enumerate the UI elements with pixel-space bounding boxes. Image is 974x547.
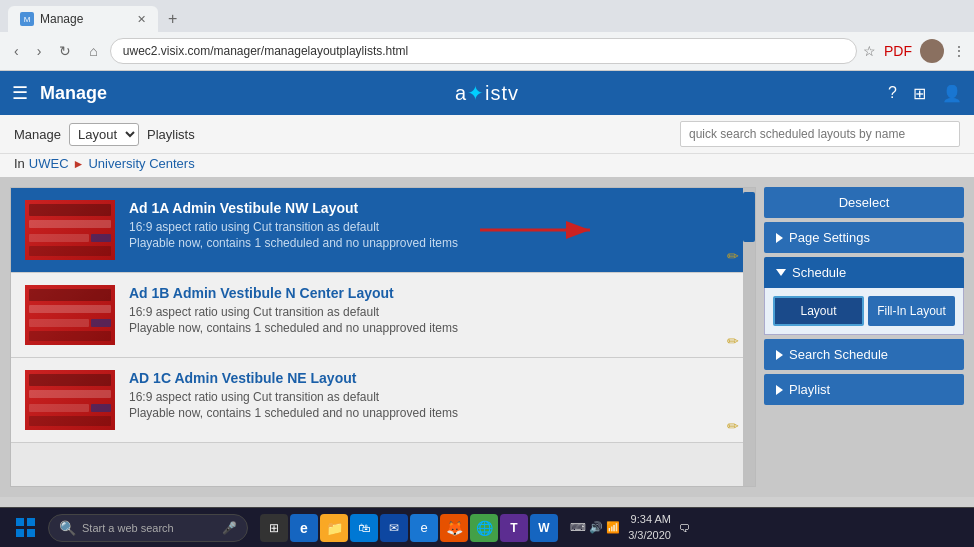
page-settings-label: Page Settings xyxy=(789,230,870,245)
taskbar-icon-firefox[interactable]: 🦊 xyxy=(440,514,468,542)
tab-favicon: M xyxy=(20,12,34,26)
item-thumbnail-1b xyxy=(25,285,115,345)
taskbar-clock: 9:34 AM 3/3/2020 xyxy=(628,512,671,543)
hamburger-menu[interactable]: ☰ xyxy=(12,82,28,104)
item-title-1a: Ad 1A Admin Vestibule NW Layout xyxy=(129,200,741,216)
taskbar-search-label: Start a web search xyxy=(82,522,174,534)
taskbar-icon-word[interactable]: W xyxy=(530,514,558,542)
taskbar-app-icons: ⊞ e 📁 🛍 ✉ e 🦊 🌐 T W xyxy=(260,514,558,542)
pdf-icon-btn[interactable]: PDF xyxy=(884,43,912,59)
breadcrumb-manage: Manage xyxy=(14,127,61,142)
table-row[interactable]: AD 1C Admin Vestibule NE Layout 16:9 asp… xyxy=(11,358,755,443)
tab-title: Manage xyxy=(40,12,83,26)
reload-btn[interactable]: ↻ xyxy=(53,39,77,63)
sidebar-panel: Deselect Page Settings Schedule Layout F… xyxy=(764,187,964,487)
annotation-arrow xyxy=(480,215,600,245)
item-title-1b: Ad 1B Admin Vestibule N Center Layout xyxy=(129,285,741,301)
table-row[interactable]: Ad 1A Admin Vestibule NW Layout 16:9 asp… xyxy=(11,188,755,273)
schedule-button[interactable]: Schedule xyxy=(764,257,964,288)
tab-close-btn[interactable]: ✕ xyxy=(137,13,146,26)
forward-btn[interactable]: › xyxy=(31,39,48,63)
taskbar-date: 3/3/2020 xyxy=(628,528,671,543)
breadcrumb-university-centers-link[interactable]: University Centers xyxy=(88,156,194,171)
taskbar-icon-browser[interactable]: e xyxy=(290,514,318,542)
item-desc-1a: 16:9 aspect ratio using Cut transition a… xyxy=(129,220,741,234)
breadcrumb-in: In xyxy=(14,156,25,171)
schedule-section: Schedule Layout Fill-In Layout xyxy=(764,257,964,335)
search-schedule-chevron-icon xyxy=(776,350,783,360)
search-input[interactable] xyxy=(680,121,960,147)
breadcrumb-arrow-icon: ► xyxy=(73,157,85,171)
home-btn[interactable]: ⌂ xyxy=(83,39,103,63)
schedule-label: Schedule xyxy=(792,265,846,280)
playlist-label: Playlist xyxy=(789,382,830,397)
table-row[interactable]: Ad 1B Admin Vestibule N Center Layout 16… xyxy=(11,273,755,358)
help-icon[interactable]: ? xyxy=(888,84,897,102)
taskbar-icon-store[interactable]: 🛍 xyxy=(350,514,378,542)
item-status-1c: Playable now, contains 1 scheduled and n… xyxy=(129,406,741,420)
system-tray-icons: ⌨ 🔊 📶 xyxy=(570,521,620,534)
browser-tab[interactable]: M Manage ✕ xyxy=(8,6,158,32)
playlist-button[interactable]: Playlist xyxy=(764,374,964,405)
search-schedule-button[interactable]: Search Schedule xyxy=(764,339,964,370)
taskbar-icon-teams[interactable]: T xyxy=(500,514,528,542)
taskbar-icon-edge[interactable]: e xyxy=(410,514,438,542)
item-thumbnail-1c xyxy=(25,370,115,430)
breadcrumb-uwec-link[interactable]: UWEC xyxy=(29,156,69,171)
page-settings-button[interactable]: Page Settings xyxy=(764,222,964,253)
deselect-button[interactable]: Deselect xyxy=(764,187,964,218)
menu-btn[interactable]: ⋮ xyxy=(952,43,966,59)
taskbar-icon-taskview[interactable]: ⊞ xyxy=(260,514,288,542)
search-microphone-icon: 🔍 xyxy=(59,520,76,536)
taskbar-icon-mail[interactable]: ✉ xyxy=(380,514,408,542)
breadcrumb-playlists: Playlists xyxy=(147,127,195,142)
playlist-chevron-icon xyxy=(776,385,783,395)
item-desc-1c: 16:9 aspect ratio using Cut transition a… xyxy=(129,390,741,404)
item-title-1c: AD 1C Admin Vestibule NE Layout xyxy=(129,370,741,386)
item-status-1b: Playable now, contains 1 scheduled and n… xyxy=(129,321,741,335)
schedule-chevron-icon xyxy=(776,269,786,276)
start-button[interactable] xyxy=(8,514,44,542)
microphone-icon[interactable]: 🎤 xyxy=(222,521,237,535)
item-edit-icon-1a[interactable]: ✏ xyxy=(727,248,739,264)
item-status-1a: Playable now, contains 1 scheduled and n… xyxy=(129,236,741,250)
scrollbar-thumb[interactable] xyxy=(743,192,755,242)
layout-schedule-btn[interactable]: Layout xyxy=(773,296,864,326)
item-thumbnail-1a xyxy=(25,200,115,260)
taskbar-time: 9:34 AM xyxy=(628,512,671,527)
profile-avatar[interactable] xyxy=(920,39,944,63)
taskbar-search-bar[interactable]: 🔍 Start a web search 🎤 xyxy=(48,514,248,542)
taskbar-icon-chrome[interactable]: 🌐 xyxy=(470,514,498,542)
bookmark-btn[interactable]: ☆ xyxy=(863,43,876,59)
search-schedule-label: Search Schedule xyxy=(789,347,888,362)
app-logo: a✦istv xyxy=(455,81,519,105)
fill-in-layout-btn[interactable]: Fill-In Layout xyxy=(868,296,955,326)
user-icon[interactable]: 👤 xyxy=(942,84,962,103)
back-btn[interactable]: ‹ xyxy=(8,39,25,63)
windows-logo-icon xyxy=(16,518,36,538)
layout-list: Ad 1A Admin Vestibule NW Layout 16:9 asp… xyxy=(10,187,756,487)
apps-grid-icon[interactable]: ⊞ xyxy=(913,84,926,103)
notification-icon[interactable]: 🗨 xyxy=(679,522,690,534)
address-bar[interactable] xyxy=(110,38,857,64)
page-settings-chevron-icon xyxy=(776,233,783,243)
new-tab-btn[interactable]: + xyxy=(162,10,183,28)
taskbar-system-tray: ⌨ 🔊 📶 9:34 AM 3/3/2020 🗨 xyxy=(570,512,690,543)
item-desc-1b: 16:9 aspect ratio using Cut transition a… xyxy=(129,305,741,319)
app-title: Manage xyxy=(40,83,107,104)
scrollbar-track[interactable] xyxy=(743,188,755,486)
item-edit-icon-1b[interactable]: ✏ xyxy=(727,333,739,349)
layout-dropdown[interactable]: Layout Player Group xyxy=(69,123,139,146)
item-edit-icon-1c[interactable]: ✏ xyxy=(727,418,739,434)
taskbar-icon-explorer[interactable]: 📁 xyxy=(320,514,348,542)
